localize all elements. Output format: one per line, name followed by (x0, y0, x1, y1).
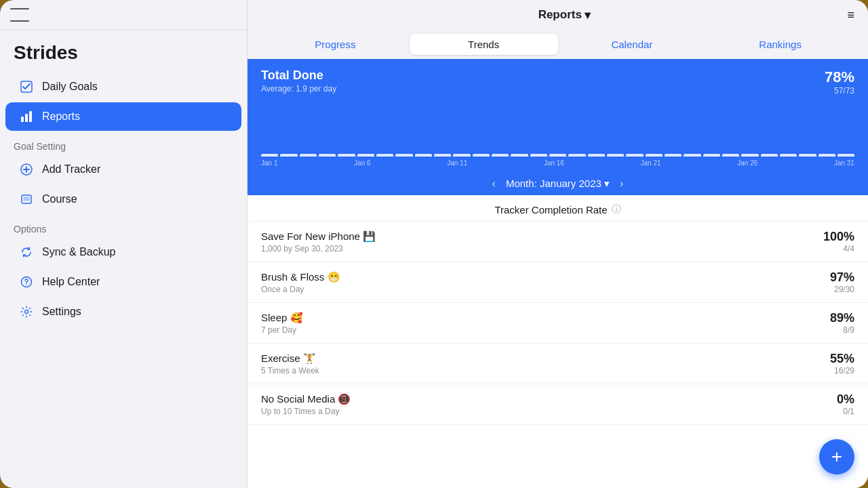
tracker-info: No Social Media 📵 Up to 10 Times a Day (261, 393, 351, 416)
bar (665, 154, 682, 157)
tracker-subtitle: 7 per Day (261, 325, 303, 335)
completion-pct: 78% 57/73 (825, 68, 854, 96)
add-tracker-icon (19, 162, 34, 177)
sidebar-item-course[interactable]: Course (5, 185, 241, 214)
bar (837, 154, 854, 157)
top-bar: Reports ▾ ≡ (248, 0, 868, 30)
tracker-info: Sleep 🥰 7 per Day (261, 312, 303, 335)
bar-group (300, 154, 317, 157)
sidebar-toggle-icon[interactable] (10, 8, 29, 22)
next-month-arrow[interactable]: › (620, 178, 623, 190)
reports-label: Reports (42, 110, 80, 123)
bar-group (549, 154, 566, 157)
bar-group (818, 154, 835, 157)
average-label: Average: 1.9 per day (261, 84, 336, 94)
settings-label: Settings (42, 306, 81, 318)
chart-section: Total Done Average: 1.9 per day 78% 57/7… (248, 59, 868, 174)
bar (530, 154, 547, 157)
bar-group (607, 154, 624, 157)
x-axis-label: Jan 21 (641, 159, 661, 167)
bar-group (799, 154, 816, 157)
x-axis-label: Jan 31 (834, 159, 854, 167)
tracker-subtitle: Up to 10 Times a Day (261, 407, 351, 416)
svg-rect-1 (21, 117, 24, 122)
tab-bar: Progress Trends Calendar Rankings (248, 30, 868, 59)
bar (703, 154, 720, 157)
svg-rect-3 (29, 111, 32, 122)
reports-icon (19, 109, 34, 124)
sync-icon (19, 245, 34, 260)
sidebar-item-add-tracker[interactable]: Add Tracker (5, 155, 241, 184)
sidebar-item-sync[interactable]: Sync & Backup (5, 238, 241, 266)
tracker-subtitle: Once a Day (261, 285, 340, 294)
bar-group (261, 154, 278, 157)
bar-group (837, 154, 854, 157)
tracker-percentage: 97% (830, 270, 854, 285)
sidebar-item-help[interactable]: Help Center (5, 268, 241, 296)
bar (646, 154, 663, 157)
total-done-label: Total Done (261, 68, 336, 83)
tracker-rows: Save For New iPhone 💾 1,000 by Sep 30, 2… (248, 222, 868, 425)
sidebar-item-daily-goals[interactable]: Daily Goals (5, 73, 241, 101)
bar (376, 154, 393, 157)
bar (338, 154, 355, 157)
bar (492, 154, 509, 157)
x-axis-label: Jan 1 (261, 159, 277, 167)
tracker-row[interactable]: No Social Media 📵 Up to 10 Times a Day 0… (248, 384, 868, 425)
bar (395, 154, 412, 157)
tracker-name: No Social Media 📵 (261, 393, 351, 405)
tracker-row[interactable]: Exercise 🏋 5 Times a Week 55% 16/29 (248, 344, 868, 384)
bar-group (492, 154, 509, 157)
tracker-row[interactable]: Sleep 🥰 7 per Day 89% 8/9 (248, 303, 868, 344)
bar-group (338, 154, 355, 157)
bar (434, 154, 451, 157)
help-label: Help Center (42, 276, 100, 288)
bar-group (434, 154, 451, 157)
bar-group (376, 154, 393, 157)
goal-setting-header: Goal Setting (0, 137, 247, 155)
tab-progress[interactable]: Progress (261, 34, 410, 55)
sidebar-item-reports[interactable]: Reports (5, 102, 241, 131)
bar-group (646, 154, 663, 157)
sidebar-item-settings[interactable]: Settings (5, 298, 241, 326)
tracker-name: Exercise 🏋 (261, 352, 319, 365)
bar-group (511, 154, 528, 157)
bar (453, 154, 470, 157)
bar (280, 154, 297, 157)
bar (588, 154, 605, 157)
fab-add-button[interactable]: + (819, 439, 854, 474)
bar (300, 154, 317, 157)
tab-trends[interactable]: Trends (410, 34, 558, 55)
tab-calendar[interactable]: Calendar (558, 34, 707, 55)
tracker-section: Tracker Completion Rate ⓘ Save For New i… (248, 195, 868, 488)
bar-chart (261, 102, 854, 157)
bar-group (761, 154, 778, 157)
bar (818, 154, 835, 157)
tab-rankings[interactable]: Rankings (706, 34, 854, 55)
bar (626, 154, 643, 157)
bar-group (741, 154, 758, 157)
bar-group (530, 154, 547, 157)
tracker-stats: 55% 16/29 (830, 352, 854, 375)
bar-group (722, 154, 739, 157)
menu-icon[interactable]: ≡ (847, 8, 854, 22)
tracker-name: Brush & Floss 😁 (261, 271, 340, 283)
tracker-count: 16/29 (830, 366, 854, 375)
chart-info-left: Total Done Average: 1.9 per day (261, 68, 336, 94)
help-icon (19, 274, 34, 289)
bar (722, 154, 739, 157)
tracker-percentage: 89% (830, 311, 854, 325)
prev-month-arrow[interactable]: ‹ (492, 178, 496, 190)
svg-rect-7 (22, 195, 31, 203)
bar (357, 154, 374, 157)
tracker-info: Save For New iPhone 💾 1,000 by Sep 30, 2… (261, 230, 376, 253)
tracker-row[interactable]: Brush & Floss 😁 Once a Day 97% 29/30 (248, 262, 868, 303)
daily-goals-label: Daily Goals (42, 81, 98, 93)
tracker-info: Exercise 🏋 5 Times a Week (261, 352, 319, 375)
x-axis-label: Jan 16 (544, 159, 564, 167)
tracker-row[interactable]: Save For New iPhone 💾 1,000 by Sep 30, 2… (248, 222, 868, 262)
chart-x-labels: Jan 1Jan 6Jan 11Jan 16Jan 21Jan 26Jan 31 (261, 157, 854, 168)
tracker-stats: 89% 8/9 (830, 311, 854, 335)
bar-group (319, 154, 336, 157)
bar (741, 154, 758, 157)
